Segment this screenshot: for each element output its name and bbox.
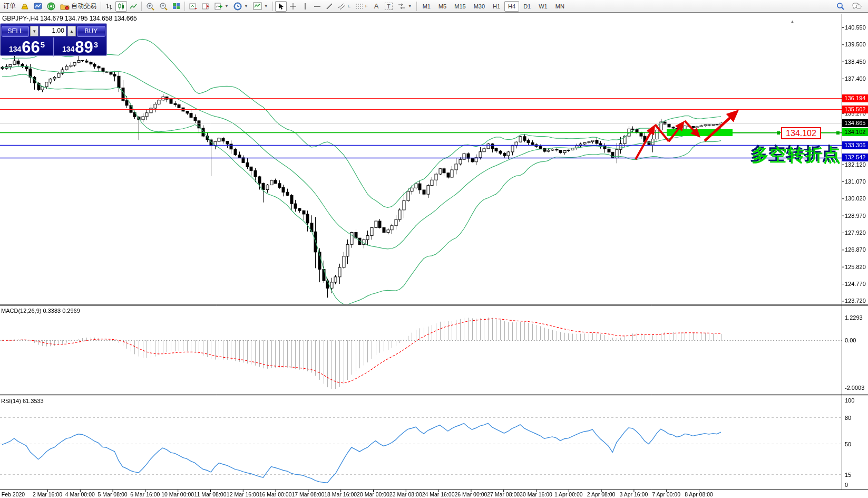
- price-tick-label: 128.970: [845, 213, 867, 219]
- time-tick-label: 24 Mar 16:00: [422, 491, 455, 497]
- time-tick-label: 26 Mar 00:00: [454, 491, 487, 497]
- time-tick-label: 30 Mar 16:00: [520, 491, 552, 497]
- volume-increase-button[interactable]: ▲: [67, 26, 76, 36]
- volume-decrease-button[interactable]: ▼: [30, 26, 38, 36]
- macd-label: MACD(12,26,9) 0.3383 0.2969: [1, 308, 80, 314]
- volume-input[interactable]: 1.00: [40, 26, 66, 36]
- buy-button[interactable]: BUY: [77, 26, 105, 37]
- chart-canvas[interactable]: [0, 0, 868, 498]
- time-tick-label: 8 Apr 08:00: [685, 491, 713, 497]
- chart-title: GBPJPY-,H4 134.679 134.795 134.658 134.6…: [2, 15, 137, 22]
- price-level-badge: 134.102: [842, 128, 868, 136]
- time-tick-label: 16 Mar 00:00: [259, 491, 292, 497]
- time-tick-label: 20 Mar 00:00: [357, 491, 389, 497]
- buy-price-prefix: 134: [62, 45, 74, 53]
- price-tick-label: 140.550: [845, 24, 867, 31]
- price-tick-label: 137.400: [845, 75, 867, 82]
- time-tick-label: 17 Mar 08:00: [291, 491, 324, 497]
- buy-price-sup: 3: [94, 40, 98, 49]
- time-tick-label: 18 Mar 16:00: [324, 491, 357, 497]
- rsi-scale-label: 15: [845, 472, 851, 478]
- buy-price-big: 89: [75, 40, 93, 55]
- sell-price-prefix: 134: [9, 45, 21, 53]
- price-callout-box[interactable]: 134.102: [781, 127, 821, 139]
- price-level-badge: 134.665: [842, 119, 868, 127]
- mt4-window: 订单 自动交易 ▼ ▼ ▼ E F A T ▼ M1 M5 M15 M30 H: [0, 0, 868, 498]
- price-level-badge: 133.306: [842, 141, 868, 149]
- price-level-badge: 132.542: [842, 154, 868, 161]
- sell-price[interactable]: 134 66 5: [1, 37, 53, 56]
- time-tick-label: 7 Apr 00:00: [652, 491, 680, 497]
- price-tick-label: 124.770: [845, 281, 867, 287]
- price-tick-label: 126.870: [845, 246, 867, 253]
- time-tick-label: 27 Mar 08:00: [487, 491, 520, 497]
- time-tick-label: 2 Apr 08:00: [587, 491, 616, 497]
- time-tick-label: 5 Mar 08:00: [98, 491, 128, 497]
- one-click-trading-panel: SELL ▼ 1.00 ▲ BUY 134 66 5 134 89 3: [0, 23, 107, 56]
- price-tick-label: 138.450: [845, 59, 867, 65]
- price-tick-label: 139.500: [845, 41, 867, 47]
- sell-button[interactable]: SELL: [2, 26, 29, 37]
- buy-price[interactable]: 134 89 3: [54, 37, 106, 56]
- time-tick-label: Feb 2020: [2, 491, 25, 497]
- time-tick-label: 4 Mar 00:00: [65, 491, 95, 497]
- price-tick-label: 130.020: [845, 195, 867, 202]
- time-tick-label: 2 Mar 16:00: [33, 491, 62, 497]
- macd-scale-label: 0.00: [845, 337, 856, 343]
- sell-price-sup: 5: [41, 40, 45, 49]
- time-tick-label: 6 Mar 16:00: [130, 491, 160, 497]
- turning-point-annotation[interactable]: 多空转折点: [752, 143, 841, 167]
- time-tick-label: 23 Mar 08:00: [389, 491, 422, 497]
- pane-divider-rsi[interactable]: [0, 394, 868, 396]
- time-tick-label: 10 Mar 00:00: [161, 491, 194, 497]
- rsi-scale-label: 100: [845, 397, 854, 404]
- price-tick-label: 127.920: [845, 229, 867, 236]
- rsi-scale-label: 0: [845, 482, 848, 488]
- time-tick-label: 3 Apr 16:00: [620, 491, 648, 497]
- scale-marker-icon[interactable]: ▲: [790, 19, 795, 24]
- price-level-badge: 135.502: [842, 106, 868, 113]
- time-tick-label: 12 Mar 16:00: [227, 491, 259, 497]
- price-tick-label: 132.120: [845, 161, 867, 168]
- price-level-badge: 136.194: [842, 94, 868, 102]
- price-tick-label: 125.820: [845, 264, 867, 270]
- pane-divider-macd[interactable]: [0, 303, 868, 306]
- time-tick-label: 1 Apr 00:00: [554, 491, 583, 497]
- sell-price-big: 66: [22, 40, 40, 55]
- rsi-label: RSI(14) 61.3533: [1, 398, 44, 404]
- price-tick-label: 131.070: [845, 178, 867, 185]
- rsi-scale-label: 50: [845, 441, 851, 447]
- macd-scale-label: 1.2293: [845, 314, 863, 321]
- time-tick-label: 11 Mar 08:00: [194, 491, 226, 497]
- rsi-scale-label: 80: [845, 415, 851, 421]
- macd-scale-label: -2.0003: [845, 385, 864, 391]
